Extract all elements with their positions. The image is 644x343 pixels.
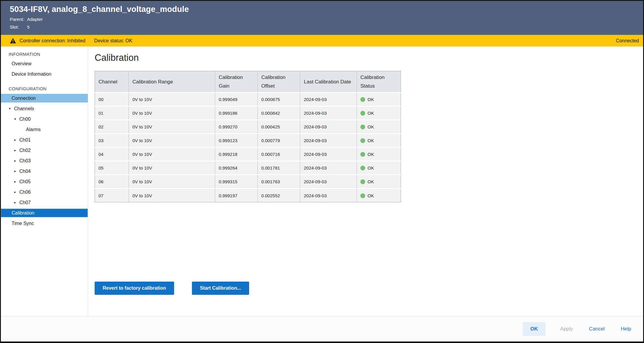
chevron-right-icon[interactable]: ▸ <box>14 159 19 163</box>
table-row: 00 0V to 10V 0.999049 0.000875 2024-09-0… <box>95 93 401 106</box>
slot-value: 5 <box>27 24 29 30</box>
sidebar-item-ch04[interactable]: ▸ Ch04 <box>1 166 88 176</box>
cell-gain: 0.999186 <box>215 106 258 120</box>
cell-gain: 0.999123 <box>215 134 258 148</box>
sidebar-item-ch00[interactable]: ▾ Ch00 <box>1 114 88 124</box>
cell-offset: 0.002552 <box>258 189 300 202</box>
sidebar-item-overview[interactable]: Overview <box>1 58 88 69</box>
col-header-calibration-gain: Calibration Gain <box>215 71 258 93</box>
revert-to-factory-calibration-button[interactable]: Revert to factory calibration <box>95 282 174 295</box>
footer: OK Apply Cancel Help <box>1 316 643 342</box>
cell-range: 0V to 10V <box>129 175 215 189</box>
cell-status: OK <box>357 93 401 106</box>
sidebar-item-device-information[interactable]: Device Information <box>1 69 88 79</box>
slot-label: Slot: <box>10 24 25 30</box>
cell-channel: 03 <box>95 134 129 148</box>
sidebar-item-alarms[interactable]: Alarms <box>1 124 88 135</box>
col-header-calibration-status: Calibration Status <box>357 71 401 93</box>
table-row: 04 0V to 10V 0.999218 0.000716 2024-09-0… <box>95 148 401 161</box>
cell-date: 2024-09-03 <box>300 175 357 189</box>
cell-offset: 0.000842 <box>258 106 300 120</box>
cell-offset: 0.000779 <box>258 134 300 148</box>
chevron-right-icon[interactable]: ▸ <box>14 180 19 184</box>
table-row: 01 0V to 10V 0.999186 0.000842 2024-09-0… <box>95 106 401 120</box>
cell-date: 2024-09-03 <box>300 148 357 161</box>
warning-icon <box>10 38 16 44</box>
cell-status: OK <box>357 189 401 202</box>
chevron-right-icon[interactable]: ▸ <box>14 169 19 173</box>
cell-range: 0V to 10V <box>129 106 215 120</box>
cell-offset: 0.000875 <box>258 93 300 106</box>
table-row: 05 0V to 10V 0.999264 0.001781 2024-09-0… <box>95 161 401 175</box>
cell-gain: 0.999049 <box>215 93 258 106</box>
cancel-button[interactable]: Cancel <box>588 324 606 334</box>
chevron-right-icon[interactable]: ▸ <box>14 148 19 152</box>
cell-range: 0V to 10V <box>129 189 215 202</box>
cell-gain: 0.999197 <box>215 189 258 202</box>
cell-offset: 0.001763 <box>258 175 300 189</box>
status-ok-icon <box>360 138 365 143</box>
sidebar-item-calibration[interactable]: Calibration <box>1 209 88 217</box>
help-button[interactable]: Help <box>620 324 632 334</box>
chevron-down-icon[interactable]: ▾ <box>9 107 14 111</box>
cell-channel: 05 <box>95 161 129 175</box>
col-header-last-calibration-date: Last Calibration Date <box>300 71 357 93</box>
cell-range: 0V to 10V <box>129 93 215 106</box>
col-header-calibration-offset: Calibration Offset <box>258 71 300 93</box>
sidebar-item-connection[interactable]: Connection <box>1 94 88 103</box>
table-header-row: Channel Calibration Range Calibration Ga… <box>95 71 401 93</box>
cell-offset: 0.000425 <box>258 120 300 134</box>
cell-offset: 0.000716 <box>258 148 300 161</box>
sidebar-item-ch07[interactable]: ▸ Ch07 <box>1 197 88 208</box>
col-header-calibration-range: Calibration Range <box>129 71 215 93</box>
apply-button[interactable]: Apply <box>559 324 574 334</box>
cell-offset: 0.001781 <box>258 161 300 175</box>
cell-date: 2024-09-03 <box>300 93 357 106</box>
ok-button[interactable]: OK <box>523 322 545 336</box>
sidebar-item-ch03[interactable]: ▸ Ch03 <box>1 156 88 166</box>
module-profile-window: 5034-IF8V, analog_8_channel_voltage_modu… <box>0 0 644 343</box>
cell-status: OK <box>357 134 401 148</box>
calibration-table: Channel Calibration Range Calibration Ga… <box>95 71 401 202</box>
status-ok-icon <box>360 166 365 170</box>
chevron-right-icon[interactable]: ▸ <box>14 201 19 204</box>
status-bar: Controller connection: Inhibited Device … <box>1 35 643 46</box>
sidebar-item-ch01[interactable]: ▸ Ch01 <box>1 135 88 145</box>
cell-channel: 00 <box>95 93 129 106</box>
cell-gain: 0.999270 <box>215 120 258 134</box>
cell-range: 0V to 10V <box>129 134 215 148</box>
window-header: 5034-IF8V, analog_8_channel_voltage_modu… <box>1 1 643 35</box>
cell-channel: 06 <box>95 175 129 189</box>
start-calibration-button[interactable]: Start Calibration... <box>192 282 249 295</box>
cell-range: 0V to 10V <box>129 161 215 175</box>
status-ok-icon <box>360 111 365 116</box>
sidebar: INFORMATION Overview Device Information … <box>1 46 88 316</box>
status-ok-icon <box>360 152 365 157</box>
cell-status: OK <box>357 120 401 134</box>
status-ok-icon <box>360 125 365 129</box>
cell-channel: 01 <box>95 106 129 120</box>
chevron-right-icon[interactable]: ▸ <box>14 138 19 142</box>
status-ok-icon <box>360 97 365 102</box>
sidebar-item-ch02[interactable]: ▸ Ch02 <box>1 145 88 156</box>
sidebar-item-time-sync[interactable]: Time Sync <box>1 218 88 229</box>
cell-status: OK <box>357 161 401 175</box>
parent-label: Parent: <box>10 17 25 22</box>
chevron-right-icon[interactable]: ▸ <box>14 190 19 194</box>
calibration-actions: Revert to factory calibration Start Cali… <box>95 282 643 295</box>
chevron-down-icon[interactable]: ▾ <box>14 117 19 121</box>
cell-range: 0V to 10V <box>129 148 215 161</box>
cell-status: OK <box>357 106 401 120</box>
cell-date: 2024-09-03 <box>300 134 357 148</box>
status-ok-icon <box>360 179 365 184</box>
connected-badge: Connected <box>616 38 639 44</box>
cell-channel: 02 <box>95 120 129 134</box>
device-status: Device status: OK <box>94 38 132 44</box>
sidebar-item-channels[interactable]: ▾ Channels <box>1 103 88 114</box>
cell-channel: 07 <box>95 189 129 202</box>
sidebar-item-ch06[interactable]: ▸ Ch06 <box>1 187 88 197</box>
table-row: 06 0V to 10V 0.999315 0.001763 2024-09-0… <box>95 175 401 189</box>
cell-range: 0V to 10V <box>129 120 215 134</box>
sidebar-item-ch05[interactable]: ▸ Ch05 <box>1 176 88 187</box>
sidebar-section-information: INFORMATION <box>1 49 88 58</box>
